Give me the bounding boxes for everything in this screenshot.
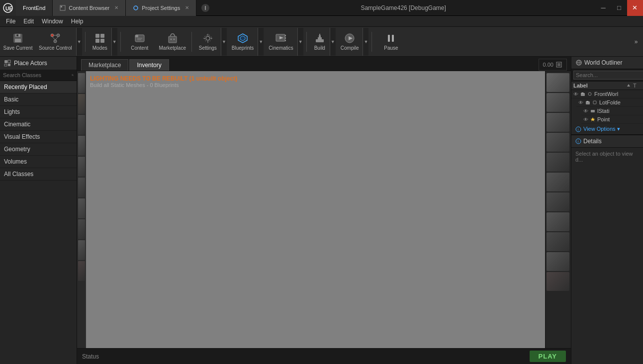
compile-button[interactable]: Compile ▼ [337,28,369,56]
tab-inventory[interactable]: Inventory [129,59,169,71]
tab-close-content[interactable]: ✕ [114,5,118,10]
toolbar-sep-3 [191,32,192,52]
svg-point-12 [57,34,60,37]
category-cinematic[interactable]: Cinematic [0,118,77,131]
outliner-row-point[interactable]: 👁 Point [581,115,643,124]
tab-project-settings[interactable]: Project Settings ✕ [126,0,196,16]
svg-rect-38 [318,37,322,39]
svg-rect-17 [95,34,99,38]
eye-icon-2[interactable]: 👁 [578,100,583,105]
outliner-row-frontworld[interactable]: 👁 FrontWorl [571,90,643,98]
svg-rect-65 [593,101,596,104]
thumb-9[interactable] [78,240,85,260]
viewport: LIGHTING NEEDS TO BE REBUILT (1 unbuilt … [77,71,571,348]
category-basic[interactable]: Basic [0,93,77,106]
svg-text:i: i [578,128,579,131]
minimize-button[interactable]: ─ [595,0,611,16]
close-button[interactable]: ✕ [627,0,643,16]
tab-marketplace[interactable]: Marketplace [81,59,128,71]
tab-content-browser[interactable]: Content Browser ✕ [53,0,126,16]
content-button[interactable]: Content [124,28,156,56]
category-volumes[interactable]: Volumes [0,156,77,168]
compile-arrow[interactable]: ▼ [363,28,368,56]
vp-side-5[interactable] [547,153,569,172]
cinematics-button[interactable]: Cinematics ▼ [265,28,303,56]
actor-icon-3 [590,108,595,113]
vp-side-6[interactable] [547,173,569,191]
cinematics-icon [275,32,287,44]
vp-side-1[interactable] [547,73,569,92]
menu-file[interactable]: File [2,17,19,26]
toolbar-sep-2 [120,32,121,52]
svg-point-28 [206,36,210,40]
source-control-button[interactable]: Source Control ▼ [35,28,82,56]
new-tab-icon[interactable] [199,2,211,14]
svg-marker-67 [591,117,595,121]
thumb-4[interactable] [78,136,85,156]
category-recently-placed[interactable]: Recently Placed [0,81,77,93]
blueprints-button[interactable]: Blueprints ▼ [228,28,264,56]
modes-button[interactable]: Modes ▼ [89,28,117,56]
view-options[interactable]: i View Options ▾ [571,124,643,135]
marketplace-button[interactable]: Marketplace [157,28,188,56]
blueprints-arrow[interactable]: ▼ [258,28,264,56]
vp-side-9[interactable] [547,232,569,251]
tab-frontend[interactable]: FrontEnd [16,0,53,16]
toolbar-more-button[interactable]: » [631,28,641,56]
source-control-arrow[interactable]: ▼ [76,28,82,56]
eye-icon-3[interactable]: 👁 [583,108,588,114]
svg-rect-40 [319,34,320,35]
viewport-main[interactable]: LIGHTING NEEDS TO BE REBUILT (1 unbuilt … [86,71,545,348]
pause-button[interactable]: Pause [375,28,407,56]
category-all-classes[interactable]: All Classes [0,168,77,181]
play-button[interactable]: PLAY [530,351,566,362]
thumb-8[interactable] [78,219,85,239]
vp-side-11[interactable] [547,272,569,291]
category-visual-effects[interactable]: Visual Effects [0,131,77,143]
outliner-search-input[interactable] [573,71,643,80]
category-geometry[interactable]: Geometry [0,143,77,156]
vp-side-10[interactable] [547,252,569,271]
tab-close-settings[interactable]: ✕ [185,5,189,10]
svg-rect-36 [285,40,286,41]
eye-icon-1[interactable]: 👁 [573,91,578,97]
vp-side-8[interactable] [547,212,569,231]
search-icon[interactable] [72,72,74,79]
svg-rect-44 [392,35,394,42]
vp-side-7[interactable] [547,192,569,211]
vp-side-2[interactable] [547,93,569,112]
thumb-1[interactable] [78,73,85,93]
search-classes-input[interactable] [3,72,72,78]
eye-icon-4[interactable]: 👁 [583,117,588,122]
outliner-row-lstati[interactable]: 👁 lStati [581,107,643,115]
category-lights[interactable]: Lights [0,106,77,118]
vp-side-3[interactable] [547,113,569,132]
thumb-7[interactable] [78,198,85,218]
svg-rect-19 [95,39,99,43]
menu-bar: File Edit Window Help [0,16,643,27]
thumb-3[interactable] [78,115,85,135]
ue-logo[interactable]: UE [0,0,16,16]
counter-icon [555,61,562,68]
outliner-row-lotfolder[interactable]: 👁 LotFolde [576,98,643,107]
build-arrow[interactable]: ▼ [330,28,336,56]
cinematics-arrow[interactable]: ▼ [297,28,303,56]
svg-line-50 [73,76,74,76]
maximize-button[interactable]: □ [611,0,627,16]
menu-edit[interactable]: Edit [19,17,38,26]
build-button[interactable]: Build ▼ [310,28,336,56]
svg-line-14 [52,37,55,40]
settings-button[interactable]: Settings ▼ [195,28,227,56]
modes-arrow[interactable]: ▼ [111,28,117,56]
toolbar-sep-5 [371,32,372,52]
thumb-2[interactable] [78,94,85,114]
menu-help[interactable]: Help [67,17,88,26]
thumb-10[interactable] [78,261,85,281]
menu-window[interactable]: Window [38,17,67,26]
save-current-button[interactable]: Save Current [2,28,34,56]
svg-marker-31 [240,36,245,41]
thumb-5[interactable] [78,157,85,177]
thumb-6[interactable] [78,178,85,197]
settings-arrow[interactable]: ▼ [221,28,227,56]
vp-side-4[interactable] [547,133,569,152]
